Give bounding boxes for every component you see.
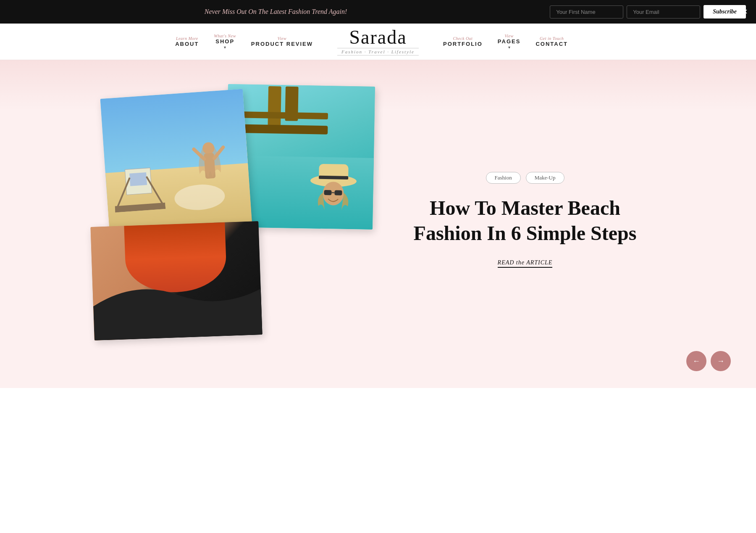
nav-item-shop[interactable]: What's New SHOP ▾ <box>214 34 236 50</box>
hero-title: How To Master Beach Fashion In 6 Simple … <box>403 195 647 246</box>
logo-script: Sarada <box>349 28 407 47</box>
svg-rect-1 <box>129 172 147 186</box>
first-name-input[interactable] <box>550 5 623 18</box>
svg-rect-15 <box>319 164 349 183</box>
svg-rect-10 <box>268 86 281 129</box>
nav-small-contact: Get in Touch <box>540 36 564 41</box>
nav-left: Learn More ABOUT What's New SHOP ▾ View … <box>17 34 337 50</box>
navigation: Learn More ABOUT What's New SHOP ▾ View … <box>0 24 756 60</box>
hero-right-panel: Fashion Make-Up How To Master Beach Fash… <box>378 155 672 285</box>
photo-collage <box>84 85 378 354</box>
nav-item-product-review[interactable]: View PRODUCT REVIEW <box>251 36 313 47</box>
svg-rect-19 <box>334 190 342 195</box>
nav-small-about: Learn More <box>176 36 198 41</box>
nav-right: Check Out PORTFOLIO View PAGES ▾ Get in … <box>419 34 739 50</box>
photo-beach-lifeguard <box>100 89 253 242</box>
nav-arrow-pages: ▾ <box>508 45 510 50</box>
tag-fashion[interactable]: Fashion <box>486 172 521 184</box>
article-tags: Fashion Make-Up <box>486 172 564 184</box>
prev-arrow-button[interactable]: ← <box>686 351 706 371</box>
nav-big-product-review: PRODUCT REVIEW <box>251 41 313 47</box>
nav-item-about[interactable]: Learn More ABOUT <box>175 36 199 47</box>
read-article-link[interactable]: READ the ARTICLE <box>498 259 553 268</box>
next-arrow-button[interactable]: → <box>711 351 731 371</box>
hero-inner: Fashion Make-Up How To Master Beach Fash… <box>84 85 672 354</box>
nav-big-about: ABOUT <box>175 41 199 47</box>
close-button[interactable]: × <box>742 7 748 16</box>
svg-rect-12 <box>242 124 328 135</box>
logo-tagline: Fashion · Travel · Lifestyle <box>337 48 419 55</box>
photo-person-closeup <box>90 221 262 340</box>
hero-section: Fashion Make-Up How To Master Beach Fash… <box>0 60 756 388</box>
subscribe-button[interactable]: Subscribe <box>704 5 746 18</box>
announcement-bar: Never Miss Out On The Latest Fashion Tre… <box>0 0 756 24</box>
nav-item-portfolio[interactable]: Check Out PORTFOLIO <box>443 36 483 47</box>
announcement-inputs: Subscribe <box>550 5 746 18</box>
tag-makeup[interactable]: Make-Up <box>526 172 564 184</box>
logo[interactable]: Sarada Fashion · Travel · Lifestyle <box>337 28 419 55</box>
svg-rect-16 <box>319 176 348 179</box>
nav-small-portfolio: Check Out <box>453 36 472 41</box>
announcement-text: Never Miss Out On The Latest Fashion Tre… <box>10 8 541 16</box>
slider-navigation: ← → <box>686 351 731 371</box>
nav-arrow-shop: ▾ <box>224 45 226 50</box>
nav-small-pages: View <box>504 34 513 38</box>
nav-big-portfolio: PORTFOLIO <box>443 41 483 47</box>
nav-item-contact[interactable]: Get in Touch CONTACT <box>536 36 568 47</box>
nav-small-product-review: View <box>278 36 286 41</box>
nav-item-pages[interactable]: View PAGES ▾ <box>498 34 521 50</box>
svg-rect-18 <box>324 190 331 195</box>
svg-rect-13 <box>242 111 328 119</box>
email-input[interactable] <box>627 5 700 18</box>
nav-big-contact: CONTACT <box>536 41 568 47</box>
nav-big-pages: PAGES <box>498 38 521 45</box>
nav-big-shop: SHOP <box>215 38 234 45</box>
nav-small-shop: What's New <box>214 34 236 38</box>
